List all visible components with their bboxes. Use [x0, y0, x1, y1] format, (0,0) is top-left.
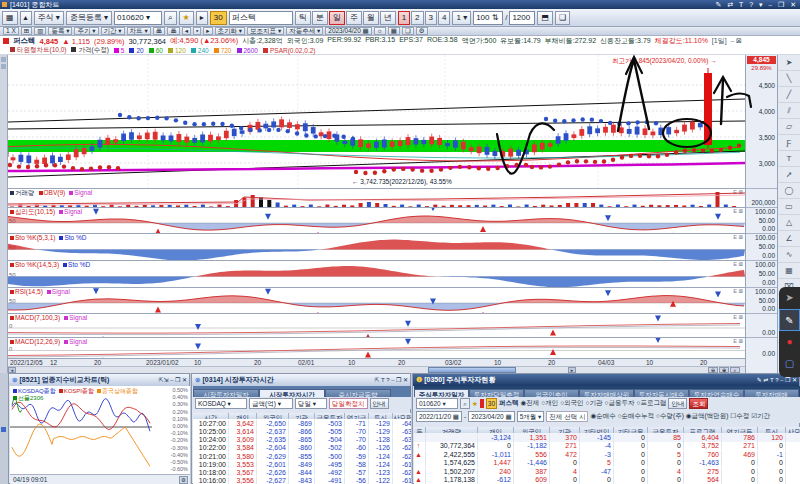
- query-button[interactable]: 조회: [689, 398, 708, 409]
- radio-investor-전체[interactable]: ◉전체: [521, 399, 540, 408]
- indicator-panel-3[interactable]: Sto %K(14,5,3)Sto %DE ⊠50: [8, 260, 745, 287]
- draw-tool-icon-10[interactable]: △: [778, 215, 800, 231]
- market-table-row[interactable]: 10:22:003,584-2,604-860-502-60-126-62: [193, 444, 411, 452]
- guide-button[interactable]: 안내: [370, 398, 389, 409]
- investor-table-row[interactable]: ↑30,772,3640-1,182271-4003,75227100: [414, 442, 800, 451]
- period-button-틱[interactable]: 틱: [295, 11, 311, 25]
- radio-net-순매수누적[interactable]: ○순매수누적: [618, 412, 654, 421]
- date-to-input[interactable]: 2023/04/20 ▦: [468, 411, 514, 422]
- draw-tool-icon-2[interactable]: ╱: [778, 87, 800, 103]
- market-filter-0[interactable]: KOSDAQ ▾: [195, 398, 247, 409]
- market-filter-2[interactable]: 당일 ▾: [295, 398, 327, 409]
- check-기간[interactable]: ☑기간: [751, 412, 770, 421]
- split-icon[interactable]: ▥: [34, 27, 46, 35]
- market-table-row[interactable]: 10:24:003,609-2,635-865-504-70-128-63: [193, 435, 411, 443]
- indicator-panel-2[interactable]: Sto %K(5,3,1)Sto %DE ⊠50: [8, 233, 745, 260]
- period-select[interactable]: 5개월 ▾: [517, 411, 545, 422]
- period-num-button-1[interactable]: 1: [398, 11, 410, 25]
- radio-investor-금융투자[interactable]: ○금융투자: [605, 399, 635, 408]
- price-chart[interactable]: [8, 55, 745, 188]
- period-num-button-3[interactable]: 3: [425, 11, 437, 25]
- theme-icon[interactable]: ☼: [374, 27, 386, 35]
- collapse-icon[interactable]: ▴: [20, 11, 32, 25]
- market-table-row[interactable]: 10:18:003,567-2,626-844-492-57-123-62: [193, 468, 411, 476]
- settings-icon[interactable]: ⚙: [416, 27, 428, 35]
- fav-star2-icon[interactable]: ★: [472, 400, 478, 408]
- radio-investor-프로그램[interactable]: ○프로그램: [636, 399, 666, 408]
- capture-icon[interactable]: ❏: [555, 11, 570, 25]
- investor-table-row[interactable]: ▲1,502,2072403874-4704275000: [414, 467, 800, 476]
- action-초기화[interactable]: 초기화 ▾: [215, 27, 246, 35]
- indicator-panel-1[interactable]: 심리도(10,15)SignalE ⊠50: [8, 207, 745, 233]
- record-dot-icon[interactable]: ●: [779, 331, 800, 353]
- indicator-panel-6[interactable]: MACD(12,26,9)SignalE ⊠0: [8, 337, 745, 358]
- investor-table-body[interactable]: -3,1241,351370-1450856,404786120-1↑30,77…: [414, 433, 800, 484]
- period-button-주[interactable]: 주: [346, 11, 362, 25]
- draw-tool-icon-0[interactable]: ➤: [778, 55, 800, 71]
- radio-investor-개인[interactable]: ○개인: [541, 399, 558, 408]
- gear-icon[interactable]: ⚙: [179, 476, 188, 484]
- draw-tool-icon-12[interactable]: ∿: [778, 247, 800, 263]
- action-자동추세[interactable]: 자동추세 ▾: [286, 27, 323, 35]
- pen-icon[interactable]: ✎: [779, 309, 800, 331]
- period-count-dropdown[interactable]: 1 ▾: [452, 11, 471, 25]
- investor-table-row[interactable]: 1,574,6251,447-1,4460500-1,463000: [414, 459, 800, 468]
- market-table-body[interactable]: 10:27:003,642-2,650-869-503-71-129-6410:…: [193, 419, 411, 484]
- grid-icon[interactable]: ▦: [2, 11, 18, 25]
- grid2-icon[interactable]: ▦: [388, 27, 400, 35]
- period-num-button-4[interactable]: 4: [438, 11, 450, 25]
- market-filter-1[interactable]: 금액(억) ▾: [249, 398, 293, 409]
- indicator-panel-4[interactable]: RSI(14,5)SignalE ⊠50: [8, 287, 745, 313]
- draw-tool-icon-1[interactable]: ╲: [778, 71, 800, 87]
- interest-count-badge[interactable]: 30: [210, 11, 227, 25]
- favorite-star-icon[interactable]: ★: [179, 11, 194, 25]
- indicator-panel-0[interactable]: 거래량OBV(9)SignalE ⊠: [8, 188, 745, 207]
- infobar-controls[interactable]: ⎯ ⊠: [731, 37, 742, 45]
- strip-icon-blue[interactable]: [1, 427, 6, 432]
- sector-window-controls[interactable]: ⇱⇲ ⎯ ❐ ✕: [159, 374, 187, 386]
- radio-net-순매수[interactable]: ◉순매수: [590, 412, 615, 421]
- cursor-icon[interactable]: ➤: [779, 287, 800, 309]
- popup-icon[interactable]: ⬒: [537, 11, 553, 25]
- guide-button2[interactable]: 안내: [668, 398, 687, 409]
- chart-date-picker[interactable]: 2023/04/20 ▦: [325, 27, 371, 35]
- draw-tool-icon-5[interactable]: Ƒ: [778, 135, 800, 151]
- draw-tool-icon-4[interactable]: ▱: [778, 119, 800, 135]
- search-icon[interactable]: ⌕: [164, 11, 176, 25]
- check-수정[interactable]: ☐수정: [730, 412, 749, 421]
- draw-tool-icon-3[interactable]: ⫽: [778, 103, 800, 119]
- interest-badge2[interactable]: 30: [486, 398, 497, 409]
- period-button-일[interactable]: 일: [329, 11, 345, 25]
- investor-window-titlebar[interactable]: ❶ [0350] 주식투자자현황 ✎ ⇄ T ? ⎯ ❐ ✕: [413, 374, 799, 386]
- period-button-분[interactable]: 분: [312, 11, 328, 25]
- action-보조지표[interactable]: 보조지표 ▾: [247, 27, 284, 35]
- draw-tool-icon-6[interactable]: T: [778, 151, 800, 167]
- dropdown-등록[interactable]: 등록 ▾: [48, 27, 72, 35]
- snapshot-icon[interactable]: ❏: [402, 27, 414, 35]
- strip-icon[interactable]: [1, 64, 6, 69]
- print-icon[interactable]: 🖶: [153, 27, 166, 35]
- sector-window-titlebar[interactable]: ⊙ [8521] 업종지수비교차트(틱) ⇱⇲ ⎯ ❐ ✕: [9, 374, 189, 386]
- period-num-button-2[interactable]: 2: [411, 11, 423, 25]
- period-button-년[interactable]: 년: [380, 11, 396, 25]
- prev-icon[interactable]: ◂: [182, 27, 191, 35]
- register-dropdown[interactable]: 종목등록 ▾: [66, 11, 112, 25]
- draw-tool-icon-8[interactable]: ◯: [778, 183, 800, 199]
- draw-tool-icon-7[interactable]: ➚: [778, 167, 800, 183]
- investor-table-row[interactable]: ▲2,422,555-1,011556472-305760469-10: [414, 450, 800, 459]
- market-table-row[interactable]: 10:16:003,556-2,627-843-491-56-122-61: [193, 476, 411, 484]
- sector-chart-area[interactable]: KOSDAQ종합KOSPI종합중국상해종합 선물2306 0.50%0.40%0…: [10, 386, 190, 474]
- market-table-row[interactable]: 10:19:003,553-2,601-849-495-58-124-61: [193, 460, 411, 468]
- confirm-button[interactable]: 당일확정치: [329, 398, 368, 409]
- asset-type-dropdown[interactable]: 주식 ▾: [34, 11, 64, 25]
- window-controls[interactable]: ✎ ⇄ T ? ▾ ⎯ ❐ ✕: [716, 0, 798, 9]
- market-window-controls[interactable]: ⇱ T ? ⎯ ❐ ✕: [374, 374, 408, 386]
- total-bars-input[interactable]: 1200: [509, 11, 535, 25]
- period-button-월[interactable]: 월: [363, 11, 379, 25]
- draw-tool-icon-13[interactable]: ▦: [778, 263, 800, 279]
- radio-investor-외국인[interactable]: ○외국인: [560, 399, 583, 408]
- draw-tool-icon-11[interactable]: ∠: [778, 231, 800, 247]
- indicator-panel-5[interactable]: MACD(7,100,3)SignalE ⊠0: [8, 313, 745, 337]
- next2-icon[interactable]: ▸: [203, 27, 212, 35]
- market-table-row[interactable]: 10:27:003,642-2,650-869-503-71-129-64: [193, 419, 411, 427]
